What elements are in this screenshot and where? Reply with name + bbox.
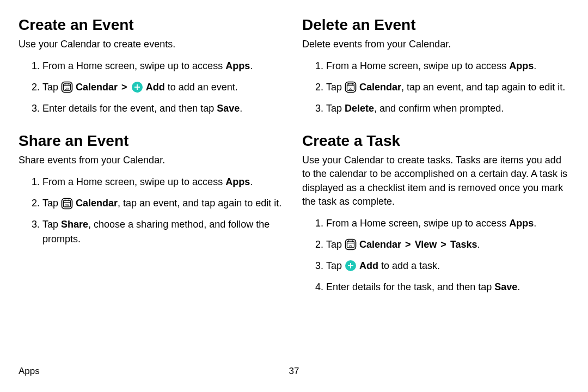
step-text: . bbox=[534, 218, 536, 229]
steps-share-event: From a Home screen, swipe up to access A… bbox=[19, 175, 286, 247]
step-text: Tap bbox=[42, 198, 61, 209]
heading-create-event: Create an Event bbox=[19, 15, 286, 34]
share-bold: Share bbox=[61, 219, 88, 230]
page-root: Create an Event Use your Calendar to cre… bbox=[0, 0, 588, 392]
footer-section-label: Apps bbox=[19, 366, 40, 377]
right-column: Delete an Event Delete events from your … bbox=[302, 15, 569, 392]
svg-text:29: 29 bbox=[65, 87, 69, 90]
step: From a Home screen, swipe up to access A… bbox=[326, 59, 569, 74]
apps-bold: Apps bbox=[225, 60, 250, 71]
step-text: to add an event. bbox=[165, 82, 238, 93]
step-text: Tap bbox=[42, 219, 61, 230]
intro-delete-event: Delete events from your Calendar. bbox=[302, 38, 569, 51]
step-text: Tap bbox=[326, 239, 345, 250]
step-text: From a Home screen, swipe up to access bbox=[326, 218, 509, 229]
step: Enter details for the event, and then ta… bbox=[42, 101, 286, 116]
step-text: . bbox=[477, 239, 480, 250]
section-share-event: Share an Event Share events from your Ca… bbox=[19, 131, 286, 247]
step-text: , and confirm when prompted. bbox=[374, 103, 504, 114]
add-label: Add bbox=[359, 260, 378, 271]
steps-create-task: From a Home screen, swipe up to access A… bbox=[302, 216, 569, 295]
step-text: , tap an event, and tap again to edit it… bbox=[118, 198, 281, 209]
step-text: Enter details for the event, and then ta… bbox=[42, 103, 217, 114]
step-text: Enter details for the task, and then tap bbox=[326, 281, 494, 292]
step-text: Tap bbox=[326, 82, 345, 93]
chevron-icon: > bbox=[404, 239, 412, 250]
calendar-label: Calendar bbox=[76, 82, 118, 93]
section-create-event: Create an Event Use your Calendar to cre… bbox=[19, 15, 286, 116]
steps-create-event: From a Home screen, swipe up to access A… bbox=[19, 59, 286, 116]
delete-bold: Delete bbox=[345, 103, 374, 114]
heading-delete-event: Delete an Event bbox=[302, 15, 569, 34]
step-text: . bbox=[250, 60, 253, 71]
svg-text:29: 29 bbox=[65, 203, 69, 206]
step-text: . bbox=[240, 103, 242, 114]
step: Tap Add to add a task. bbox=[326, 259, 569, 273]
apps-bold: Apps bbox=[509, 60, 534, 71]
step: Tap 29 Calendar > Add to add an event. bbox=[42, 80, 286, 95]
step-text: From a Home screen, swipe up to access bbox=[326, 60, 509, 71]
page-footer: Apps 37 bbox=[19, 366, 569, 377]
step: Tap Share, choose a sharing method, and … bbox=[42, 217, 286, 247]
step: Tap 29 Calendar, tap an event, and tap a… bbox=[326, 80, 569, 95]
step-text: Tap bbox=[42, 82, 61, 93]
calendar-label: Calendar bbox=[359, 239, 401, 250]
calendar-label: Calendar bbox=[359, 82, 401, 93]
step-text: From a Home screen, swipe up to access bbox=[42, 60, 225, 71]
add-label: Add bbox=[146, 82, 165, 93]
apps-bold: Apps bbox=[509, 218, 534, 229]
save-bold: Save bbox=[494, 281, 517, 292]
step-text: From a Home screen, swipe up to access bbox=[42, 176, 225, 187]
step: Tap 29 Calendar, tap an event, and tap a… bbox=[42, 196, 286, 211]
section-create-task: Create a Task Use your Calendar to creat… bbox=[302, 131, 569, 295]
section-delete-event: Delete an Event Delete events from your … bbox=[302, 15, 569, 116]
left-column: Create an Event Use your Calendar to cre… bbox=[19, 15, 286, 392]
step: From a Home screen, swipe up to access A… bbox=[326, 216, 569, 231]
step-text: Tap bbox=[326, 103, 345, 114]
apps-bold: Apps bbox=[225, 176, 250, 187]
intro-create-event: Use your Calendar to create events. bbox=[19, 38, 286, 51]
step-text: Tap bbox=[326, 260, 345, 271]
step: From a Home screen, swipe up to access A… bbox=[42, 175, 286, 189]
step-text: to add a task. bbox=[378, 260, 440, 271]
view-label: View bbox=[415, 239, 437, 250]
chevron-icon: > bbox=[439, 239, 448, 250]
calendar-icon: 29 bbox=[61, 198, 73, 210]
calendar-icon: 29 bbox=[61, 81, 73, 93]
intro-create-task: Use your Calendar to create tasks. Tasks… bbox=[302, 154, 569, 209]
save-bold: Save bbox=[217, 103, 240, 114]
steps-delete-event: From a Home screen, swipe up to access A… bbox=[302, 59, 569, 116]
svg-text:29: 29 bbox=[349, 244, 353, 248]
tasks-label: Tasks bbox=[450, 239, 477, 250]
step-text: . bbox=[534, 60, 536, 71]
heading-create-task: Create a Task bbox=[302, 131, 569, 150]
step-text: , tap an event, and tap again to edit it… bbox=[401, 82, 565, 93]
chevron-icon: > bbox=[120, 82, 128, 93]
step-text: . bbox=[250, 176, 253, 187]
step: Tap 29 Calendar > View > Tasks. bbox=[326, 237, 569, 252]
heading-share-event: Share an Event bbox=[19, 131, 286, 150]
footer-page-number: 37 bbox=[289, 366, 299, 377]
add-icon bbox=[345, 260, 357, 272]
calendar-icon: 29 bbox=[345, 238, 357, 250]
svg-text:29: 29 bbox=[349, 87, 353, 90]
step: Enter details for the task, and then tap… bbox=[326, 280, 569, 295]
add-icon bbox=[131, 81, 143, 93]
calendar-label: Calendar bbox=[76, 198, 118, 209]
intro-share-event: Share events from your Calendar. bbox=[19, 154, 286, 167]
calendar-icon: 29 bbox=[345, 81, 357, 93]
step: From a Home screen, swipe up to access A… bbox=[42, 59, 286, 74]
step: Tap Delete, and confirm when prompted. bbox=[326, 101, 569, 116]
step-text: . bbox=[517, 281, 520, 292]
